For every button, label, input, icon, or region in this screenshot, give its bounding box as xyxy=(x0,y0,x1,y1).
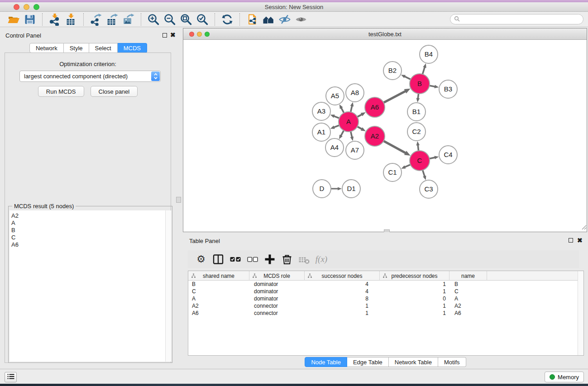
tab-edge-table[interactable]: Edge Table xyxy=(347,357,389,367)
minimize-window-button[interactable] xyxy=(24,4,29,10)
export-image-icon[interactable] xyxy=(122,13,135,26)
graph-edge-A-A8[interactable] xyxy=(350,106,352,113)
table-row[interactable]: Adominator80A xyxy=(188,295,583,302)
mcds-result-item[interactable]: C xyxy=(10,234,171,241)
control-panel-float-icon[interactable] xyxy=(163,33,167,38)
split-pane-grip[interactable] xyxy=(176,197,181,203)
list-icon xyxy=(7,373,14,381)
table-row[interactable]: A2connector11A2 xyxy=(188,302,583,310)
graph-edge-arrow xyxy=(423,63,426,68)
graph-edge-B-B4[interactable] xyxy=(422,67,425,75)
clone-network-icon[interactable] xyxy=(245,13,259,26)
save-session-icon[interactable] xyxy=(23,13,37,26)
mcds-result-item[interactable]: A6 xyxy=(10,241,171,248)
select-all-columns-icon[interactable] xyxy=(229,253,242,266)
table-panel-float-icon[interactable] xyxy=(569,238,573,243)
close-window-button[interactable] xyxy=(14,4,19,10)
graph-node-C4[interactable]: C4 xyxy=(439,146,457,164)
zoom-window-button[interactable] xyxy=(33,4,39,10)
graph-node-C1[interactable]: C1 xyxy=(383,163,402,181)
column-header-mcds-role[interactable]: MCDS role xyxy=(249,271,305,281)
export-table-icon[interactable] xyxy=(105,13,119,26)
memory-button[interactable]: Memory xyxy=(545,372,584,382)
graph-node-B4[interactable]: B4 xyxy=(420,45,438,63)
show-eye-icon[interactable] xyxy=(294,13,308,26)
graph-node-C3[interactable]: C3 xyxy=(420,180,438,198)
graph-edge-B-B2[interactable] xyxy=(405,76,411,80)
tab-network-table[interactable]: Network Table xyxy=(389,357,438,367)
tab-node-table[interactable]: Node Table xyxy=(305,357,347,367)
criterion-selected-value: largest connected component (directed) xyxy=(20,73,151,80)
zoom-fit-icon[interactable] xyxy=(179,13,193,26)
search-input[interactable] xyxy=(462,15,579,24)
column-header-successor-nodes[interactable]: successor nodes xyxy=(305,271,380,281)
home-icon[interactable] xyxy=(262,13,275,26)
graph-node-C[interactable]: C xyxy=(410,151,430,171)
refresh-icon[interactable] xyxy=(220,13,234,26)
graph-edge-A-A4[interactable] xyxy=(341,130,344,135)
graph-edge-C-C1[interactable] xyxy=(405,164,411,167)
criterion-select[interactable]: largest connected component (directed) xyxy=(19,71,161,82)
graph-node-A8[interactable]: A8 xyxy=(346,84,364,102)
graph-node-A2[interactable]: A2 xyxy=(365,126,385,146)
delete-table-icon[interactable] xyxy=(297,253,311,266)
control-panel-close-icon[interactable]: ✖ xyxy=(170,31,176,38)
window-resize-grip[interactable] xyxy=(581,224,587,232)
graph-edge-A2-C[interactable] xyxy=(383,141,405,153)
column-header-shared-name[interactable]: shared name xyxy=(188,271,249,281)
graph-edge-A6-B[interactable] xyxy=(383,91,406,103)
graph-node-A4[interactable]: A4 xyxy=(325,138,344,157)
graph-node-A7[interactable]: A7 xyxy=(346,141,364,159)
tab-network[interactable]: Network xyxy=(29,43,64,53)
tab-motifs[interactable]: Motifs xyxy=(438,357,466,367)
table-row[interactable]: A6connector11A6 xyxy=(188,310,583,317)
graph-node-D1[interactable]: D1 xyxy=(342,180,360,198)
open-session-icon[interactable] xyxy=(7,13,20,26)
graph-node-B2[interactable]: B2 xyxy=(383,62,402,80)
mcds-result-item[interactable]: B xyxy=(10,227,171,234)
delete-column-icon[interactable] xyxy=(280,253,294,266)
unselect-all-columns-icon[interactable] xyxy=(246,253,259,266)
column-header-name[interactable]: name xyxy=(449,271,487,281)
table-panel-close-icon[interactable]: ✖ xyxy=(577,237,583,244)
graph-node-B1[interactable]: B1 xyxy=(407,103,425,121)
mcds-result-item[interactable]: A xyxy=(10,219,171,227)
network-zoom-button[interactable] xyxy=(205,32,210,37)
svg-text:A6: A6 xyxy=(371,103,379,111)
settings-icon[interactable]: ⚙ xyxy=(194,253,208,266)
graph-node-C2[interactable]: C2 xyxy=(407,123,425,141)
graph-node-A6[interactable]: A6 xyxy=(365,97,385,117)
table-row[interactable]: Bdominator41B xyxy=(188,281,583,288)
task-history-button[interactable] xyxy=(5,372,17,382)
graph-edge-C-C3[interactable] xyxy=(422,170,424,176)
split-view-icon[interactable] xyxy=(211,253,225,266)
network-minimize-button[interactable] xyxy=(197,32,202,37)
column-header-predecessor-nodes[interactable]: predecessor nodes xyxy=(380,271,449,281)
add-column-icon[interactable] xyxy=(263,253,277,266)
zoom-selected-icon[interactable] xyxy=(196,13,209,26)
import-network-icon[interactable] xyxy=(48,13,62,26)
network-canvas[interactable]: AA1A2A3A4A5A6A7A8BB1B2B3B4CC1C2C3C4DD1 xyxy=(183,40,587,232)
graph-node-A1[interactable]: A1 xyxy=(312,123,330,141)
graph-node-B3[interactable]: B3 xyxy=(439,80,457,98)
table-scrollbar[interactable] xyxy=(578,271,583,355)
graph-node-B[interactable]: B xyxy=(410,74,430,94)
network-close-button[interactable] xyxy=(189,32,194,37)
graph-node-A[interactable]: A xyxy=(339,112,359,132)
table-row[interactable]: Cdominator41C xyxy=(188,288,583,295)
graph-node-A3[interactable]: A3 xyxy=(312,102,330,120)
zoom-out-icon[interactable] xyxy=(163,13,177,26)
graph-node-D[interactable]: D xyxy=(313,180,331,198)
close-panel-button[interactable]: Close panel xyxy=(91,86,138,97)
import-table-icon[interactable] xyxy=(64,13,78,26)
hide-eye-icon[interactable] xyxy=(278,13,292,26)
zoom-in-icon[interactable] xyxy=(147,13,160,26)
export-network-icon[interactable] xyxy=(89,13,103,26)
graph-node-A5[interactable]: A5 xyxy=(326,87,344,105)
run-mcds-button[interactable]: Run MCDS xyxy=(38,86,84,97)
mcds-result-item[interactable]: A2 xyxy=(10,212,171,219)
tab-style[interactable]: Style xyxy=(64,43,89,53)
mcds-result-scrollbar[interactable] xyxy=(165,210,171,362)
tab-select[interactable]: Select xyxy=(89,43,118,53)
tab-mcds[interactable]: MCDS xyxy=(118,43,147,53)
